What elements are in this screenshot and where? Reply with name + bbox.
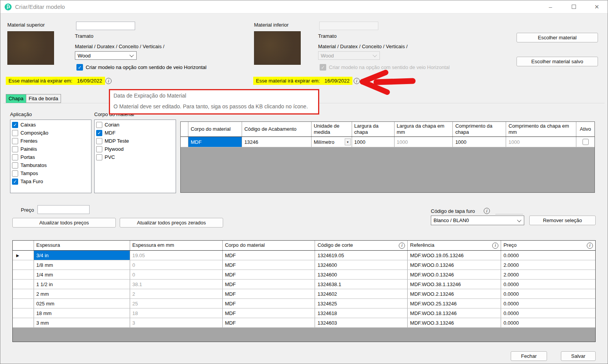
cell-referencia[interactable]: MDF.WOO.19.05.13246 (408, 251, 501, 260)
row-selector-cell[interactable] (13, 318, 34, 327)
cell-espessura[interactable]: 1 1/2 in (34, 280, 130, 289)
cell-preco[interactable]: 2.0000 (501, 270, 595, 279)
material-superior-finish-select[interactable]: Wood (75, 51, 137, 60)
list-item-caixas[interactable]: Caixas (11, 121, 91, 129)
cell-preco[interactable]: 2.0000 (501, 260, 595, 270)
material-superior-grain-checkbox-row[interactable]: Criar modelo na opção com sentido de vei… (76, 64, 207, 71)
cell-referencia[interactable]: MDF.WOO.0.13246 (408, 270, 501, 279)
list-item-mdf[interactable]: MDF (95, 129, 175, 137)
checkbox-icon[interactable] (96, 146, 102, 152)
list-item-pvc[interactable]: PVC (95, 153, 175, 161)
cell-espessura[interactable]: 025 mm (34, 299, 130, 308)
ativo-checkbox[interactable] (583, 139, 589, 145)
minimize-button[interactable]: – (542, 0, 559, 13)
cell-ativo[interactable] (576, 137, 594, 147)
cell-espessura[interactable]: 2 mm (34, 289, 130, 298)
checkbox-icon[interactable] (12, 146, 18, 152)
row-selector-cell[interactable] (13, 299, 34, 308)
cell-codigo-corte[interactable]: 1324600 (315, 260, 408, 270)
cell-referencia[interactable]: MDF.WOO.18.13246 (408, 308, 501, 318)
table-row[interactable]: 3 mm 3 MDF 1324603 MDF.WOO.3.13246 0.000… (13, 318, 595, 328)
material-superior-name-input[interactable] (76, 22, 135, 30)
sheet-grid-row[interactable]: MDF 13246 Milímetro ▼ 1000 1000 1000 100… (181, 137, 594, 147)
cell-espessura[interactable]: 3/4 in (34, 251, 130, 260)
cell-preco[interactable]: 0.0000 (501, 289, 595, 298)
list-item-plywood[interactable]: Plywood (95, 145, 175, 153)
maximize-button[interactable] (565, 0, 583, 13)
cell-espessura[interactable]: 3 mm (34, 318, 130, 327)
list-item-composicao[interactable]: Composição (11, 129, 91, 137)
checkbox-checked-icon[interactable] (12, 179, 18, 185)
salvar-button[interactable]: Salvar (561, 351, 596, 361)
cell-preco[interactable]: 0.0000 (501, 299, 595, 308)
cell-codigo-corte[interactable]: 1324618 (315, 308, 408, 318)
cell-corpo[interactable]: MDF (223, 308, 315, 318)
table-row[interactable]: 1/8 mm 0 MDF 1324600 MDF.WOO.0.13246 2.0… (13, 260, 595, 270)
list-item-tampos[interactable]: Tampos (11, 169, 91, 177)
checkbox-icon[interactable] (12, 162, 18, 169)
cell-codigo-acabamento[interactable]: 13246 (242, 137, 312, 147)
close-button[interactable]: ✕ (588, 0, 606, 13)
cell-espessura[interactable]: 1/4 mm (34, 270, 130, 279)
cell-comprimento[interactable]: 1000 (453, 137, 506, 147)
table-row[interactable]: 1/4 mm 0 MDF 1324600 MDF.WOO.0.13246 2.0… (13, 270, 595, 280)
info-icon-preco[interactable]: i (587, 243, 593, 249)
cell-corpo[interactable]: MDF (223, 289, 315, 298)
cell-codigo-corte[interactable]: 1324619.05 (315, 251, 408, 260)
cell-referencia[interactable]: MDF.WOO.2.13246 (408, 289, 501, 298)
cell-espessura[interactable]: 1/8 mm (34, 260, 130, 270)
info-icon-codigo-corte[interactable]: i (399, 243, 405, 249)
row-selector-cell[interactable] (13, 260, 34, 270)
cell-referencia[interactable]: MDF.WOO.38.1.13246 (408, 280, 501, 289)
atualizar-todos-precos-button[interactable]: Atualizar todos preços (12, 218, 116, 228)
cell-referencia[interactable]: MDF.WOO.3.13246 (408, 318, 501, 327)
cell-codigo-corte[interactable]: 1324600 (315, 270, 408, 279)
row-selector-cell[interactable] (13, 280, 34, 289)
table-row[interactable]: 2 mm 2 MDF 1324602 MDF.WOO.2.13246 0.000… (13, 289, 595, 299)
cell-codigo-corte[interactable]: 1324603 (315, 318, 408, 327)
cell-corpo[interactable]: MDF (223, 270, 315, 279)
table-row[interactable]: ▶ 3/4 in 19.05 MDF 1324619.05 MDF.WOO.19… (13, 251, 595, 260)
cell-codigo-corte[interactable]: 1324602 (315, 289, 408, 298)
remover-selecao-button[interactable]: Remover seleção (529, 216, 596, 225)
escolher-material-button[interactable]: Escolher material (517, 33, 598, 42)
cell-corpo[interactable]: MDF (223, 299, 315, 308)
cell-referencia[interactable]: MDF.WOO.0.13246 (408, 260, 501, 270)
table-row[interactable]: 18 mm 18 MDF 1324618 MDF.WOO.18.13246 0.… (13, 308, 595, 318)
row-selector-cell[interactable] (13, 308, 34, 318)
info-icon-referencia[interactable]: i (492, 243, 498, 249)
tab-chapa[interactable]: Chapa (6, 94, 26, 103)
checkbox-icon[interactable] (96, 138, 102, 144)
info-icon-superior[interactable]: i (105, 78, 112, 84)
fechar-button[interactable]: Fechar (511, 351, 547, 361)
row-selector-cell[interactable] (13, 270, 34, 279)
checkbox-icon[interactable] (96, 122, 102, 128)
checkbox-icon[interactable] (12, 138, 18, 144)
row-selector-cell[interactable] (181, 137, 188, 147)
list-item-corian[interactable]: Corian (95, 121, 175, 129)
checkbox-checked-icon[interactable] (12, 122, 18, 128)
atualizar-precos-zerados-button[interactable]: Atualizar todos preços zerados (120, 218, 223, 228)
info-icon-tapa-furo[interactable]: i (484, 208, 490, 214)
cell-unidade[interactable]: Milímetro ▼ (312, 137, 352, 147)
cell-preco[interactable]: 0.0000 (501, 251, 595, 260)
cell-corpo[interactable]: MDF (223, 280, 315, 289)
cell-corpo[interactable]: MDF (223, 251, 315, 260)
cell-preco[interactable]: 0.0000 (501, 280, 595, 289)
cell-preco[interactable]: 0.0000 (501, 318, 595, 327)
grain-checkbox[interactable] (76, 64, 83, 71)
list-item-tapa-furo[interactable]: Tapa Furo (11, 177, 91, 185)
list-item-mdp-teste[interactable]: MDP Teste (95, 137, 175, 145)
cell-espessura[interactable]: 18 mm (34, 308, 130, 318)
checkbox-icon[interactable] (12, 154, 18, 160)
cell-codigo-corte[interactable]: 1324638.1 (315, 280, 408, 289)
list-item-paineis[interactable]: Painéis (11, 145, 91, 153)
cell-referencia[interactable]: MDF.WOO.25.13246 (408, 299, 501, 308)
checkbox-icon[interactable] (96, 154, 102, 160)
cell-corpo[interactable]: MDF (188, 137, 242, 147)
list-item-portas[interactable]: Portas (11, 153, 91, 161)
list-item-tamburatos[interactable]: Tamburatos (11, 161, 91, 169)
cell-preco[interactable]: 0.0000 (501, 308, 595, 318)
tab-fita-de-borda[interactable]: Fita de borda (26, 94, 61, 103)
checkbox-checked-icon[interactable] (96, 130, 102, 136)
